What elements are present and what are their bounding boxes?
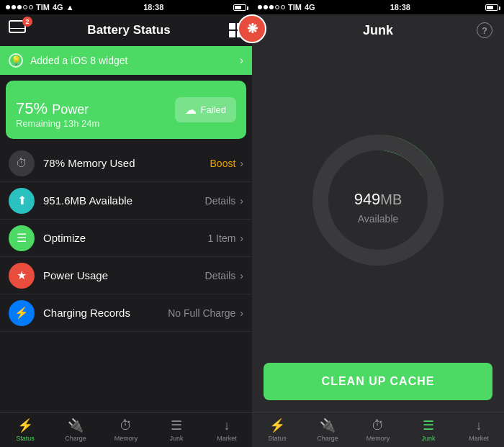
left-time: 18:38 xyxy=(143,3,163,12)
right-network: 4G xyxy=(305,3,315,12)
bulb-icon: 💡 xyxy=(9,53,23,68)
left-carrier: TIM xyxy=(36,3,50,12)
left-status-bar: TIM 4G ▲ 18:38 xyxy=(0,0,252,14)
right-tab-status-label: Status xyxy=(268,435,287,442)
right-signal-dot-4 xyxy=(275,5,279,9)
power-card: 75% Power Remaining 13h 24m ☁ Failed xyxy=(6,81,246,139)
right-time: 18:38 xyxy=(390,3,410,12)
battery-fill xyxy=(235,6,241,9)
charging-icon: ⚡ xyxy=(9,300,35,326)
available-label: 951.6MB Available xyxy=(43,194,205,207)
donut-center: 949MB Available xyxy=(354,176,402,225)
memory-label: 78% Memory Used xyxy=(43,157,210,169)
right-battery-icon xyxy=(485,4,498,11)
widget-banner[interactable]: 💡 Added a iOS 8 widget › xyxy=(0,46,252,75)
right-tab-charge-label: Charge xyxy=(317,435,338,442)
optimize-value: 1 Item xyxy=(207,232,235,244)
right-tab-junk-icon: ☰ xyxy=(423,417,434,433)
left-panel: TIM 4G ▲ 18:38 2 Battery Status 💡 Added … xyxy=(0,0,252,447)
right-tab-memory[interactable]: ⏱ Memory xyxy=(353,412,403,447)
signal-dot-2 xyxy=(12,5,16,9)
right-battery-fill xyxy=(487,6,493,9)
right-tab-junk[interactable]: ☰ Junk xyxy=(403,412,454,447)
right-status-right-icons xyxy=(485,4,498,11)
logo-symbol: ❋ xyxy=(247,21,258,37)
available-arrow: › xyxy=(240,195,243,207)
widget-banner-arrow: › xyxy=(240,54,243,67)
right-tab-charge-icon: 🔌 xyxy=(320,417,336,433)
list-item-power-usage[interactable]: ★ Power Usage Details › xyxy=(0,257,252,294)
left-tab-charge[interactable]: 🔌 Charge xyxy=(50,412,101,447)
charging-arrow: › xyxy=(240,307,243,319)
power-usage-arrow: › xyxy=(240,270,243,281)
right-tab-bar: ⚡ Status 🔌 Charge ⏱ Memory ☰ Junk ↓ Mark… xyxy=(252,412,504,447)
signal-dot-1 xyxy=(6,5,10,9)
right-tab-junk-label: Junk xyxy=(421,435,435,442)
wifi-icon: ▲ xyxy=(66,3,74,12)
memory-value: Boost xyxy=(210,158,236,169)
notification-badge: 2 xyxy=(22,17,32,27)
help-button[interactable]: ? xyxy=(477,22,492,38)
memory-icon-symbol: ⏱ xyxy=(16,157,27,170)
right-carrier: TIM xyxy=(288,3,302,12)
donut-chart: 949MB Available xyxy=(306,128,450,272)
available-value: Details xyxy=(205,195,236,207)
left-tab-status[interactable]: ⚡ Status xyxy=(0,412,50,447)
power-info: 75% Power Remaining 13h 24m xyxy=(16,91,99,129)
left-tab-status-label: Status xyxy=(16,435,35,442)
optimize-icon-symbol: ☰ xyxy=(17,231,27,245)
right-panel: TIM 4G 18:38 Junk ? xyxy=(252,0,504,447)
right-tab-memory-icon: ⏱ xyxy=(372,418,384,433)
right-tab-market[interactable]: ↓ Market xyxy=(454,412,504,447)
cleanup-button[interactable]: CLEAN UP CACHE xyxy=(264,363,492,400)
left-tab-junk[interactable]: ☰ Junk xyxy=(151,412,202,447)
left-status-icons: TIM 4G ▲ xyxy=(6,3,74,12)
list-section: ⏱ 78% Memory Used Boost › ⬆ 951.6MB Avai… xyxy=(0,145,252,412)
right-status-icons xyxy=(233,4,246,11)
right-signal-dot-1 xyxy=(258,5,262,9)
right-tab-status[interactable]: ⚡ Status xyxy=(252,412,302,447)
widget-banner-text: Added a iOS 8 widget xyxy=(30,55,233,66)
left-tab-bar: ⚡ Status 🔌 Charge ⏱ Memory ☰ Junk ↓ Mark… xyxy=(0,412,252,447)
power-label: Power xyxy=(52,102,89,117)
right-signal-dot-5 xyxy=(281,5,285,9)
list-item-charging[interactable]: ⚡ Charging Records No Full Charge › xyxy=(0,294,252,332)
right-tab-market-label: Market xyxy=(469,435,489,442)
right-signal-dots xyxy=(258,5,285,9)
grid-cell-1 xyxy=(229,23,235,30)
list-item-available[interactable]: ⬆ 951.6MB Available Details › xyxy=(0,182,252,220)
power-usage-label: Power Usage xyxy=(43,269,205,281)
right-status-bar: TIM 4G 18:38 xyxy=(252,0,504,14)
left-tab-market-icon: ↓ xyxy=(224,418,230,433)
left-tab-junk-icon: ☰ xyxy=(171,417,182,433)
power-percent-sign: % Power xyxy=(33,99,89,117)
right-tab-status-icon: ⚡ xyxy=(269,417,285,433)
left-tab-memory-icon: ⏱ xyxy=(120,418,132,433)
left-tab-market[interactable]: ↓ Market xyxy=(202,412,252,447)
battery-icon xyxy=(233,4,246,11)
left-tab-memory[interactable]: ⏱ Memory xyxy=(101,412,151,447)
left-tab-junk-label: Junk xyxy=(169,435,183,442)
right-status-left-icons: TIM 4G xyxy=(258,3,315,12)
mail-button[interactable]: 2 xyxy=(9,20,29,40)
right-tab-market-icon: ↓ xyxy=(476,418,482,433)
cloud-status: Failed xyxy=(201,104,226,115)
donut-area: 949MB Available xyxy=(252,46,504,354)
right-signal-dot-3 xyxy=(269,5,274,9)
optimize-arrow: › xyxy=(240,232,243,244)
signal-dot-3 xyxy=(17,5,22,9)
available-icon: ⬆ xyxy=(9,188,35,214)
left-header-title: Battery Status xyxy=(87,23,170,37)
power-usage-icon: ★ xyxy=(9,263,35,289)
right-header: Junk ? xyxy=(252,14,504,46)
left-network: 4G xyxy=(53,3,63,12)
power-cloud: ☁ Failed xyxy=(175,97,236,122)
list-item-optimize[interactable]: ☰ Optimize 1 Item › xyxy=(0,220,252,257)
signal-dot-5 xyxy=(29,5,33,9)
power-usage-value: Details xyxy=(205,270,236,281)
list-item-memory[interactable]: ⏱ 78% Memory Used Boost › xyxy=(0,145,252,182)
right-tab-charge[interactable]: 🔌 Charge xyxy=(302,412,353,447)
optimize-label: Optimize xyxy=(43,232,207,244)
power-percent: 75% Power xyxy=(16,91,99,118)
cleanup-button-label: CLEAN UP CACHE xyxy=(322,375,435,388)
